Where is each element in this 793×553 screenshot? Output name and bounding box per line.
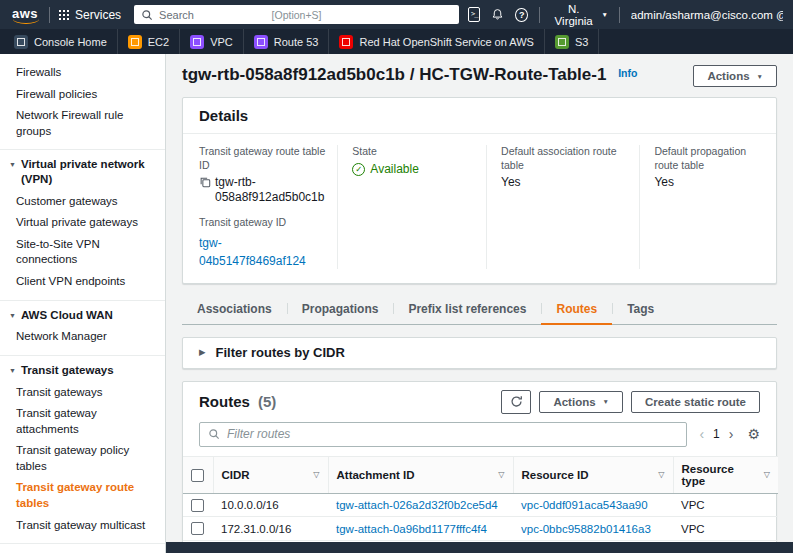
default-propagation-label: Default propagation route table	[654, 145, 748, 172]
shortcut-route53[interactable]: Route 53	[244, 29, 330, 54]
sidebar-item-transit-gateway-attachments[interactable]: Transit gateway attachments	[0, 403, 165, 440]
resource-type-cell: VPC	[673, 517, 778, 540]
routes-title-text: Routes	[199, 393, 250, 410]
sort-icon[interactable]: ▽	[313, 470, 319, 479]
notifications-bell-icon[interactable]	[491, 8, 504, 21]
sidebar-section-transit-gateways[interactable]: ▼ Transit gateways	[0, 355, 165, 382]
row-checkbox[interactable]	[191, 499, 204, 512]
resource-type-cell: VPC	[673, 493, 778, 516]
page-actions-button[interactable]: Actions ▼	[693, 65, 777, 87]
details-col-association: Default association route table Yes	[486, 145, 639, 269]
sidebar-item-site-to-site-vpn-connections[interactable]: Site-to-Site VPN connections	[0, 234, 165, 271]
vpc-icon	[190, 35, 204, 49]
top-navigation-bar: aws Services [Option+S] >_ ?	[0, 0, 793, 29]
copy-icon[interactable]	[199, 176, 211, 192]
shortcut-label: Route 53	[274, 36, 319, 48]
tab-associations[interactable]: Associations	[182, 296, 287, 325]
shortcut-label: Red Hat OpenShift Service on AWS	[359, 36, 533, 48]
shortcut-console-home[interactable]: Console Home	[4, 29, 118, 54]
account-menu[interactable]: admin/asharma@cisco.com @ hc	[631, 9, 783, 21]
cloudshell-icon[interactable]: >_	[468, 7, 480, 22]
sidebar-section-cloud-wan[interactable]: ▼ AWS Cloud WAN	[0, 300, 165, 327]
sidebar-item-firewalls[interactable]: Firewalls	[0, 62, 165, 84]
column-header-cidr[interactable]: CIDR▽	[213, 456, 328, 493]
state-label: State	[352, 145, 474, 159]
details-body: Transit gateway route table ID tgw-rtb-0…	[183, 134, 776, 283]
sidebar-item-transit-gateway-route-tables[interactable]: Transit gateway route tables	[0, 477, 165, 514]
page-title-text: tgw-rtb-058a8f912ad5b0c1b / HC-TGW-Route…	[182, 65, 606, 84]
attachment-id-link[interactable]: tgw-attach-026a2d32f0b2ce5d4	[328, 493, 513, 516]
help-icon[interactable]: ?	[515, 8, 528, 22]
attachment-id-link[interactable]: tgw-attach-0a96bd1177fffc4f4	[328, 517, 513, 540]
default-propagation-value: Yes	[654, 175, 748, 190]
global-search-box[interactable]: [Option+S]	[134, 5, 459, 24]
tab-bar: Associations Propagations Prefix list re…	[182, 296, 777, 325]
shortcut-label: S3	[575, 36, 588, 48]
routes-filter-input[interactable]	[227, 427, 678, 441]
tab-routes[interactable]: Routes	[541, 296, 612, 325]
tab-propagations[interactable]: Propagations	[287, 296, 394, 325]
details-col-propagation: Default propagation route table Yes	[639, 145, 760, 269]
info-link[interactable]: Info	[618, 67, 637, 79]
page-content: tgw-rtb-058a8f912ad5b0c1b / HC-TGW-Route…	[166, 54, 793, 553]
sidebar-item-network-manager[interactable]: Network Manager	[0, 326, 165, 348]
sidebar-item-client-vpn-endpoints[interactable]: Client VPN endpoints	[0, 271, 165, 293]
column-header-resource-id[interactable]: Resource ID▽	[513, 456, 673, 493]
tab-tags[interactable]: Tags	[612, 296, 669, 325]
resource-id-link[interactable]: vpc-0ddf091aca543aa90	[513, 493, 673, 516]
sort-icon[interactable]: ▽	[658, 470, 664, 479]
shortcut-ec2[interactable]: EC2	[118, 29, 180, 54]
sort-icon[interactable]: ▽	[498, 470, 504, 479]
region-selector[interactable]: N. Virginia ▼	[551, 3, 608, 27]
sidebar-item-transit-gateway-policy-tables[interactable]: Transit gateway policy tables	[0, 440, 165, 477]
divider	[619, 7, 620, 23]
global-search-input[interactable]	[159, 9, 452, 21]
row-checkbox[interactable]	[191, 522, 204, 535]
sidebar-item-customer-gateways[interactable]: Customer gateways	[0, 191, 165, 213]
services-menu-button[interactable]: Services	[59, 8, 121, 22]
aws-logo[interactable]: aws	[10, 6, 40, 24]
resource-id-link[interactable]: vpc-0bbc95882b01416a3	[513, 517, 673, 540]
column-header-attachment-id[interactable]: Attachment ID▽	[328, 456, 513, 493]
shortcut-s3[interactable]: S3	[545, 29, 599, 54]
page-number[interactable]: 1	[713, 427, 720, 441]
previous-page-icon[interactable]: ‹	[699, 426, 704, 442]
sidebar-item-transit-gateways[interactable]: Transit gateways	[0, 382, 165, 404]
sidebar-item-network-firewall-rule-groups[interactable]: Network Firewall rule groups	[0, 105, 165, 142]
sidebar-section-label: Virtual private network (VPN)	[21, 157, 155, 187]
select-all-checkbox[interactable]	[191, 469, 204, 482]
transit-gateway-id-link[interactable]: tgw-04b5147f8469af124	[199, 236, 306, 268]
page-header: tgw-rtb-058a8f912ad5b0c1b / HC-TGW-Route…	[182, 54, 777, 97]
caret-down-icon: ▼	[757, 73, 763, 80]
routes-actions-button[interactable]: Actions ▼	[539, 391, 623, 413]
create-static-route-button[interactable]: Create static route	[631, 391, 760, 413]
table-settings-gear-icon[interactable]: ⚙	[747, 426, 760, 442]
shortcut-vpc[interactable]: VPC	[180, 29, 244, 54]
routes-filter-box[interactable]	[199, 422, 687, 447]
state-value: ✓ Available	[352, 162, 474, 177]
details-col-state: State ✓ Available	[337, 145, 486, 269]
table-row[interactable]: 172.31.0.0/16 tgw-attach-0a96bd1177fffc4…	[183, 517, 778, 540]
filter-routes-expander[interactable]: ▶ Filter routes by CIDR	[182, 337, 777, 369]
search-icon	[208, 428, 220, 440]
shortcut-openshift[interactable]: Red Hat OpenShift Service on AWS	[329, 29, 544, 54]
next-page-icon[interactable]: ›	[729, 426, 734, 442]
refresh-icon	[510, 395, 523, 408]
column-header-resource-type[interactable]: Resource type▽	[673, 456, 778, 493]
sidebar-item-firewall-policies[interactable]: Firewall policies	[0, 84, 165, 106]
details-panel: Details Transit gateway route table ID	[182, 97, 777, 284]
sort-icon[interactable]: ▽	[764, 470, 770, 479]
route53-icon	[254, 35, 268, 49]
sidebar-item-virtual-private-gateways[interactable]: Virtual private gateways	[0, 212, 165, 234]
refresh-button[interactable]	[501, 390, 531, 414]
sidebar-section-traffic-mirroring[interactable]: ▼ Traffic Mirroring	[0, 543, 165, 553]
services-grid-icon	[59, 10, 69, 20]
sidebar-item-transit-gateway-multicast[interactable]: Transit gateway multicast	[0, 515, 165, 537]
tab-prefix-list-references[interactable]: Prefix list references	[393, 296, 541, 325]
caret-down-icon: ▼	[9, 160, 16, 169]
sidebar-section-vpn[interactable]: ▼ Virtual private network (VPN)	[0, 149, 165, 191]
table-header-row: CIDR▽ Attachment ID▽ Resource ID▽ Resour…	[183, 456, 778, 493]
divider	[49, 7, 50, 23]
red-hat-openshift-icon	[339, 35, 353, 49]
table-row[interactable]: 10.0.0.0/16 tgw-attach-026a2d32f0b2ce5d4…	[183, 493, 778, 516]
